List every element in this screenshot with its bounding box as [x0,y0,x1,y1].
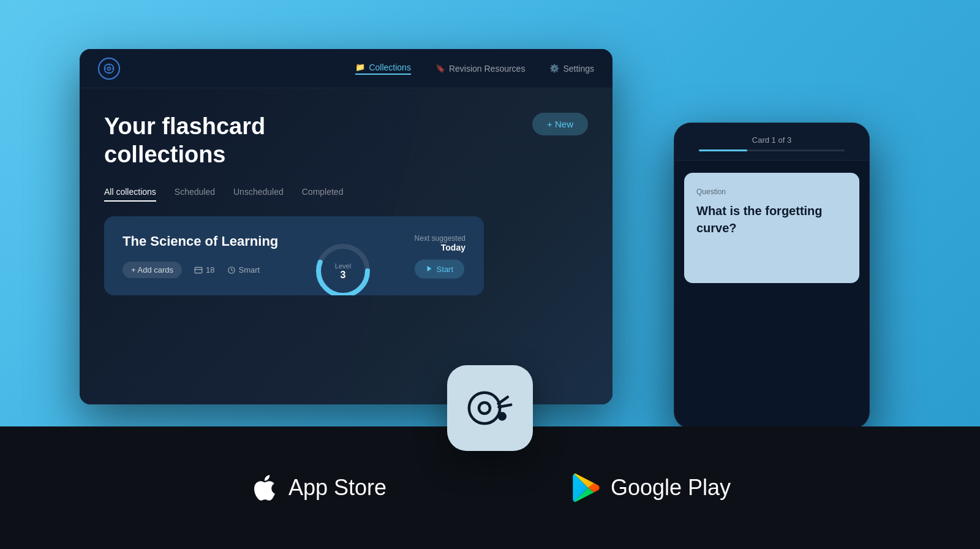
cards-count: 18 [194,265,214,274]
google-play-badge[interactable]: Google Play [570,472,731,504]
page-title: Your flashcard collections [104,113,588,168]
svg-line-17 [499,397,508,404]
progress-fill [699,150,747,151]
question-card: Question What is the forgetting curve? [684,173,859,283]
svg-rect-6 [195,267,202,273]
tablet-device: 📁 Collections 🔖 Revision Resources ⚙️ Se… [80,49,612,404]
question-text: What is the forgetting curve? [696,202,847,237]
svg-point-16 [498,412,507,420]
folder-icon: 📁 [355,62,365,72]
app-icon-svg [462,381,518,436]
svg-point-1 [108,67,111,70]
svg-point-15 [479,403,490,414]
tab-all-collections[interactable]: All collections [104,187,156,202]
collection-card: The Science of Learning + Add cards 18 S… [104,216,484,295]
nav-settings[interactable]: ⚙️ Settings [549,64,594,74]
apple-icon [249,472,280,503]
card-counter: Card 1 of 3 [687,135,857,145]
next-suggested-label: Next suggested [415,233,466,242]
nav-collections[interactable]: 📁 Collections [355,62,410,75]
phone-header: Card 1 of 3 [674,123,869,161]
next-suggested-value: Today [415,242,466,252]
tab-unscheduled[interactable]: Unscheduled [233,187,284,202]
gear-icon: ⚙️ [549,64,559,73]
apple-store-badge[interactable]: App Store [249,472,386,503]
svg-text:3: 3 [341,270,346,280]
svg-text:Level: Level [335,262,351,270]
nav-links: 📁 Collections 🔖 Revision Resources ⚙️ Se… [355,62,594,75]
tab-scheduled[interactable]: Scheduled [175,187,215,202]
apple-store-label: App Store [288,475,386,501]
tablet-nav: 📁 Collections 🔖 Revision Resources ⚙️ Se… [80,49,612,88]
tab-completed[interactable]: Completed [302,187,344,202]
google-play-label: Google Play [611,475,731,501]
new-collection-button[interactable]: + New [532,113,588,135]
bookmark-icon: 🔖 [435,64,445,73]
start-button[interactable]: Start [415,259,464,278]
question-label: Question [696,187,847,196]
svg-marker-13 [427,266,431,271]
google-play-icon [570,472,602,504]
mode-label: Smart [227,265,260,274]
collection-card-right: Next suggested Today Start [415,233,466,278]
phone-device: Card 1 of 3 Question What is the forgett… [674,123,870,429]
nav-revision[interactable]: 🔖 Revision Resources [435,64,526,74]
svg-point-14 [469,393,500,423]
filter-tabs: All collections Scheduled Unscheduled Co… [104,187,588,202]
progress-bar [699,150,845,151]
app-icon [447,365,533,451]
add-cards-button[interactable]: + Add cards [123,262,182,278]
app-logo [98,58,120,80]
level-progress: Level 3 [312,240,374,295]
tablet-content: Your flashcard collections + New All col… [80,88,612,404]
